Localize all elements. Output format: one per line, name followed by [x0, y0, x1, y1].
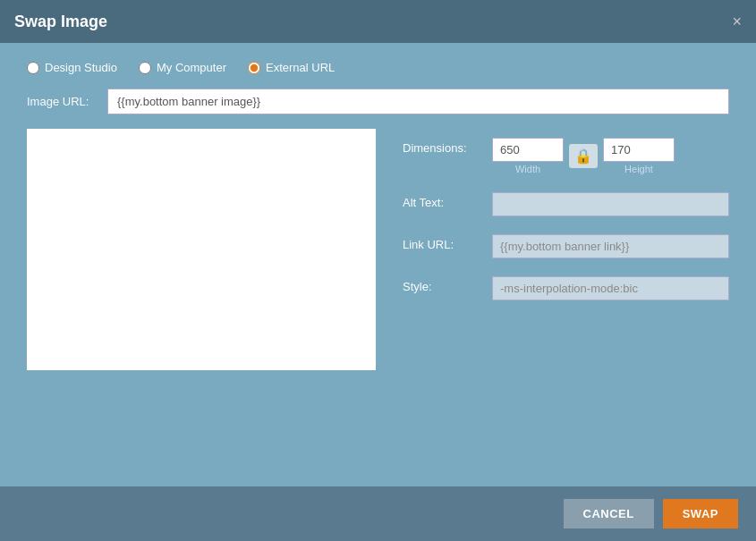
style-input[interactable] [492, 276, 729, 300]
height-input[interactable] [603, 138, 675, 162]
swap-image-dialog: Swap Image × Design Studio My Computer E… [0, 0, 756, 541]
right-panel: Dimensions: Width 🔒 Height [403, 129, 729, 370]
alt-text-input[interactable] [492, 192, 729, 216]
cancel-button[interactable]: CANCEL [564, 499, 654, 528]
swap-button[interactable]: SWAP [663, 499, 738, 528]
dimensions-label: Dimensions: [403, 138, 483, 155]
alt-text-label: Alt Text: [403, 192, 483, 209]
width-label: Width [515, 164, 540, 174]
lock-icon: 🔒 [569, 144, 598, 168]
link-url-row: Link URL: [403, 234, 729, 258]
height-group: Height [603, 138, 675, 174]
close-button[interactable]: × [732, 13, 742, 30]
image-url-row: Image URL: [27, 89, 729, 114]
alt-text-controls [492, 192, 729, 216]
dialog-title: Swap Image [14, 13, 107, 31]
radio-my-computer-label: My Computer [157, 61, 226, 74]
radio-external-url[interactable]: External URL [248, 61, 335, 74]
image-url-input[interactable] [107, 89, 729, 114]
radio-design-studio-input[interactable] [27, 62, 39, 74]
image-url-label: Image URL: [27, 95, 107, 108]
height-label: Height [624, 164, 653, 174]
width-input[interactable] [492, 138, 564, 162]
link-url-input[interactable] [492, 234, 729, 258]
radio-design-studio-label: Design Studio [45, 61, 117, 74]
style-controls [492, 276, 729, 300]
radio-my-computer[interactable]: My Computer [139, 61, 226, 74]
dimensions-controls: Width 🔒 Height [492, 138, 729, 174]
main-content: Dimensions: Width 🔒 Height [27, 129, 729, 370]
radio-design-studio[interactable]: Design Studio [27, 61, 117, 74]
image-preview [27, 129, 376, 370]
radio-external-url-label: External URL [266, 61, 335, 74]
dialog-body: Design Studio My Computer External URL I… [0, 43, 756, 486]
width-group: Width [492, 138, 564, 174]
radio-my-computer-input[interactable] [139, 62, 151, 74]
alt-text-row: Alt Text: [403, 192, 729, 216]
radio-external-url-input[interactable] [248, 62, 260, 74]
style-row: Style: [403, 276, 729, 300]
dimensions-row: Dimensions: Width 🔒 Height [403, 138, 729, 174]
style-label: Style: [403, 276, 483, 293]
link-url-label: Link URL: [403, 234, 483, 251]
dimensions-inputs: Width 🔒 Height [492, 138, 729, 174]
dialog-header: Swap Image × [0, 0, 756, 43]
link-url-controls [492, 234, 729, 258]
dialog-footer: CANCEL SWAP [0, 486, 756, 541]
source-radio-group: Design Studio My Computer External URL [27, 61, 729, 74]
